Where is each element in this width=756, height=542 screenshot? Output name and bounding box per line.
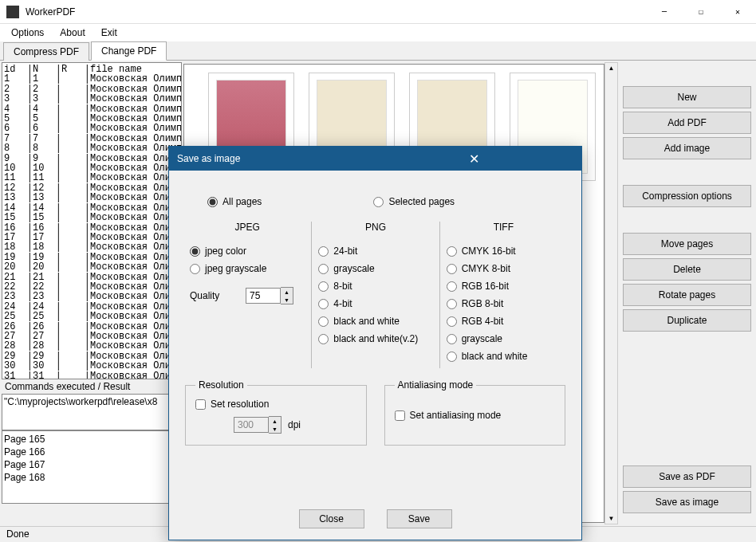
jpeg-column: JPEG jpeg color jpeg grayscale Quality ▲… xyxy=(183,222,311,368)
result-line: Page 168 xyxy=(4,471,179,484)
add-image-button[interactable]: Add image xyxy=(623,137,751,159)
radio-tiff-rgb4[interactable]: RGB 4-bit xyxy=(447,316,561,327)
delete-button[interactable]: Delete xyxy=(623,258,751,281)
tab-change-pdf[interactable]: Change PDF xyxy=(91,41,167,61)
quality-down[interactable]: ▼ xyxy=(281,296,293,304)
result-box[interactable]: Page 165Page 166Page 167Page 168 xyxy=(2,430,182,504)
radio-all-pages[interactable]: All pages xyxy=(207,196,262,207)
menubar: Options About Exit xyxy=(0,24,756,41)
close-button[interactable]: ✕ xyxy=(719,0,756,24)
resolution-group: Resolution Set resolution ▲▼ dpi xyxy=(185,379,367,446)
radio-selected-pages[interactable]: Selected pages xyxy=(373,196,455,207)
radio-png-bw2[interactable]: black and white(v.2) xyxy=(318,333,432,344)
file-table[interactable]: id |N |R |file name 1 |1 | |Московская О… xyxy=(2,62,182,379)
radio-png-bw[interactable]: black and white xyxy=(318,316,432,327)
titlebar: WorkerPDF ─ ☐ ✕ xyxy=(0,0,756,24)
sidebar: New Add PDF Add image Compression option… xyxy=(618,61,756,526)
quality-spinner[interactable]: ▲▼ xyxy=(246,287,293,304)
maximize-button[interactable]: ☐ xyxy=(683,0,719,24)
duplicate-button[interactable]: Duplicate xyxy=(623,309,751,332)
dialog-title: Save as image xyxy=(177,153,376,164)
add-pdf-button[interactable]: Add PDF xyxy=(623,112,751,134)
dialog-close-btn[interactable]: Close xyxy=(299,509,364,528)
dialog-save-btn[interactable]: Save xyxy=(387,509,452,528)
dpi-unit: dpi xyxy=(288,419,301,430)
dialog-close-button[interactable]: ✕ xyxy=(376,151,574,167)
menu-options[interactable]: Options xyxy=(3,26,52,40)
tabs: Compress PDF Change PDF xyxy=(0,41,756,61)
app-icon xyxy=(6,6,19,18)
minimize-button[interactable]: ─ xyxy=(646,0,683,24)
radio-png-8bit[interactable]: 8-bit xyxy=(318,281,432,292)
result-line: Page 166 xyxy=(4,446,179,458)
png-column: PNG 24-bit grayscale 8-bit 4-bit black a… xyxy=(311,222,439,368)
antialiasing-legend: Antialiasing mode xyxy=(395,379,477,391)
new-button[interactable]: New xyxy=(623,86,751,108)
radio-jpeg-color[interactable]: jpeg color xyxy=(190,245,305,257)
radio-tiff-cmyk8[interactable]: CMYK 8-bit xyxy=(447,263,561,274)
save-as-image-button[interactable]: Save as image xyxy=(623,491,751,513)
dpi-up: ▲ xyxy=(269,417,281,425)
resolution-legend: Resolution xyxy=(195,379,247,391)
quality-up[interactable]: ▲ xyxy=(281,288,293,296)
radio-png-4bit[interactable]: 4-bit xyxy=(318,298,432,309)
jpeg-title: JPEG xyxy=(190,222,305,233)
antialiasing-group: Antialiasing mode Set antialiasing mode xyxy=(384,379,566,446)
radio-tiff-bw[interactable]: black and white xyxy=(447,351,561,362)
tiff-title: TIFF xyxy=(447,222,561,233)
set-antialiasing-checkbox[interactable] xyxy=(395,410,405,421)
quality-input[interactable] xyxy=(246,288,281,304)
dpi-spinner[interactable]: ▲▼ xyxy=(234,416,282,434)
radio-png-grayscale[interactable]: grayscale xyxy=(318,263,432,274)
radio-png-24bit[interactable]: 24-bit xyxy=(318,245,432,257)
compression-options-button[interactable]: Compression options xyxy=(623,185,751,207)
thumb-vscroll[interactable]: ▲▼ xyxy=(604,62,618,524)
radio-jpeg-grayscale[interactable]: jpeg grayscale xyxy=(190,263,305,274)
result-line: Page 165 xyxy=(4,433,179,446)
radio-tiff-rgb16[interactable]: RGB 16-bit xyxy=(447,281,561,292)
quality-label: Quality xyxy=(190,290,238,301)
save-as-image-dialog: Save as image ✕ All pages Selected pages… xyxy=(168,146,582,540)
menu-exit[interactable]: Exit xyxy=(93,26,125,40)
radio-tiff-rgb8[interactable]: RGB 8-bit xyxy=(447,298,561,309)
dpi-down: ▼ xyxy=(269,425,281,433)
window-title: WorkerPDF xyxy=(26,6,646,18)
commands-label: Commands executed / Result xyxy=(2,379,182,394)
radio-tiff-grayscale[interactable]: grayscale xyxy=(447,333,561,344)
set-resolution-checkbox[interactable] xyxy=(195,399,206,410)
rotate-pages-button[interactable]: Rotate pages xyxy=(623,284,751,306)
save-as-pdf-button[interactable]: Save as PDF xyxy=(623,465,751,488)
png-title: PNG xyxy=(318,222,432,233)
dpi-input xyxy=(234,417,269,433)
command-path: "C:\myprojects\workerpdf\release\x8 xyxy=(4,396,179,407)
dialog-titlebar: Save as image ✕ xyxy=(169,147,581,171)
tab-compress-pdf[interactable]: Compress PDF xyxy=(3,42,89,61)
radio-tiff-cmyk16[interactable]: CMYK 16-bit xyxy=(447,245,561,257)
result-line: Page 167 xyxy=(4,458,179,471)
commands-executed-box[interactable]: "C:\myprojects\workerpdf\release\x8 xyxy=(2,394,182,430)
move-pages-button[interactable]: Move pages xyxy=(623,233,751,255)
tiff-column: TIFF CMYK 16-bit CMYK 8-bit RGB 16-bit R… xyxy=(439,222,567,368)
menu-about[interactable]: About xyxy=(52,26,93,40)
